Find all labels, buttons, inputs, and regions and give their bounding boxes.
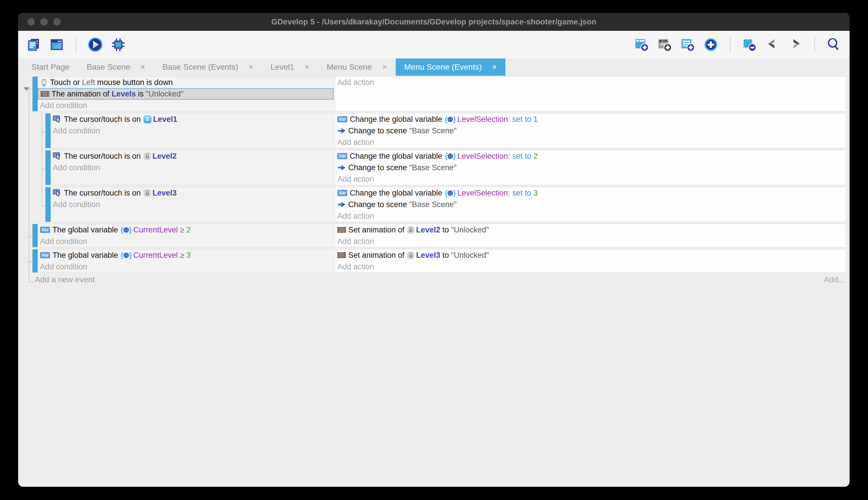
minimize-window-icon[interactable] — [40, 18, 48, 26]
event-action-row[interactable]: VarChange the global variable {}LevelSel… — [335, 187, 846, 199]
tab-base-scene[interactable]: Base Scene× — [78, 58, 154, 76]
add-action-link[interactable]: Add action — [335, 210, 846, 222]
event-block: VarThe global variable {}CurrentLevel ≥ … — [32, 224, 846, 247]
tab-bar: Start PageBase Scene×Base Scene (Events)… — [18, 58, 849, 76]
event-color-bar[interactable] — [33, 224, 38, 247]
add-action-link[interactable]: Add action — [335, 137, 846, 148]
mouse-icon — [40, 79, 48, 87]
event-color-bar[interactable] — [33, 77, 38, 111]
toolbar-divider — [76, 37, 76, 53]
scene-editor-window-icon[interactable] — [49, 37, 65, 53]
event-action-row[interactable]: Set animation of Level3 to "Unlocked" — [335, 249, 846, 261]
action-text-segment: set to — [512, 189, 533, 197]
delete-selection-icon[interactable] — [741, 37, 758, 53]
add-condition-link[interactable]: Add condition — [51, 199, 335, 210]
globe-icon: {} — [121, 226, 131, 234]
search-icon[interactable] — [826, 37, 842, 53]
tab-label: Menu Scene — [327, 62, 372, 72]
action-text-segment: to — [440, 251, 451, 260]
add-condition-link[interactable]: Add condition — [51, 125, 335, 137]
action-text-segment: 1 — [533, 115, 538, 124]
add-sub-event-icon[interactable] — [657, 37, 673, 53]
action-text-segment: set to — [512, 115, 533, 124]
condition-text-segment: Left — [82, 78, 95, 87]
action-text-segment: Set animation of — [348, 226, 407, 235]
play-preview-icon[interactable] — [87, 37, 103, 53]
main-toolbar — [18, 31, 849, 58]
event-action-row[interactable]: Change to scene "Base Scene" — [335, 162, 846, 173]
condition-text-segment: The animation of — [51, 90, 112, 99]
event-color-bar[interactable] — [33, 249, 38, 272]
action-text-segment: 3 — [533, 189, 538, 197]
event-block: VarThe global variable {}CurrentLevel ≥ … — [32, 249, 846, 273]
event-condition-row[interactable]: The animation of Levels is "Unlocked" — [38, 88, 333, 100]
lock-icon — [407, 251, 414, 259]
add-action-link[interactable]: Add action — [335, 173, 846, 185]
event-color-bar[interactable] — [46, 113, 51, 148]
tab-menu-scene-events[interactable]: Menu Scene (Events)× — [396, 58, 506, 76]
action-text-segment: set to — [512, 152, 533, 161]
event-action-row[interactable]: Set animation of Level2 to "Unlocked" — [335, 224, 846, 236]
add-comment-icon[interactable] — [680, 37, 696, 53]
add-action-link[interactable]: Add action — [335, 77, 846, 88]
var-icon: Var — [40, 227, 50, 233]
event-condition-row[interactable]: The cursor/touch is on Level2 — [51, 150, 335, 162]
condition-text-segment: The global variable — [52, 251, 120, 260]
event-condition-row[interactable]: VarThe global variable {}CurrentLevel ≥ … — [38, 224, 335, 236]
event-color-bar[interactable] — [46, 150, 51, 185]
event-condition-row[interactable]: VarThe global variable {}CurrentLevel ≥ … — [38, 249, 335, 261]
add-condition-link[interactable]: Add condition — [38, 236, 335, 247]
add-action-link[interactable]: Add action — [335, 236, 846, 247]
tree-line — [42, 206, 45, 206]
event-action-row[interactable]: VarChange the global variable {}LevelSel… — [335, 113, 846, 125]
lock-icon — [144, 189, 151, 197]
tab-close-icon[interactable]: × — [492, 62, 497, 72]
action-text-segment: : — [508, 152, 512, 161]
tab-close-icon[interactable]: × — [382, 62, 387, 72]
var-icon: Var — [337, 153, 348, 159]
add-event-dialog-icon[interactable] — [703, 37, 719, 53]
tab-close-icon[interactable]: × — [305, 62, 309, 72]
event-condition-row[interactable]: Touch or Left mouse button is down — [38, 77, 335, 88]
tab-menu-scene[interactable]: Menu Scene× — [318, 58, 396, 76]
redo-icon[interactable] — [787, 37, 804, 53]
var-icon: Var — [337, 116, 348, 122]
action-text-segment: Change the global variable — [350, 189, 444, 197]
add-new-event-link[interactable]: Add a new event — [35, 275, 95, 284]
event-action-row[interactable]: VarChange the global variable {}LevelSel… — [335, 150, 846, 162]
lock-icon — [144, 152, 151, 160]
event-color-bar[interactable] — [46, 187, 51, 222]
tab-base-scene-events[interactable]: Base Scene (Events)× — [154, 58, 262, 76]
add-condition-link[interactable]: Add condition — [51, 162, 335, 173]
add-event-icon[interactable] — [634, 37, 650, 53]
action-text-segment: "Unlocked" — [451, 226, 489, 235]
title-bar[interactable]: GDevelop 5 - /Users/dkarakay/Documents/G… — [18, 13, 849, 31]
action-text-segment: Level3 — [416, 251, 440, 260]
undo-icon[interactable] — [764, 37, 781, 53]
conditions-column: VarThe global variable {}CurrentLevel ≥ … — [38, 224, 335, 247]
add-more-link[interactable]: Add... — [824, 275, 845, 284]
action-text-segment: "Base Scene" — [409, 126, 457, 135]
event-condition-row[interactable]: The cursor/touch is on Level3 — [51, 187, 335, 199]
tree-line — [29, 89, 29, 282]
action-text-segment: "Base Scene" — [409, 200, 457, 209]
add-condition-link[interactable]: Add condition — [38, 100, 335, 111]
tab-close-icon[interactable]: × — [140, 62, 145, 72]
zoom-window-icon[interactable] — [53, 18, 61, 26]
tab-label: Menu Scene (Events) — [404, 62, 482, 72]
project-manager-icon[interactable] — [26, 37, 42, 53]
debug-icon[interactable] — [110, 37, 126, 53]
tab-close-icon[interactable]: × — [249, 62, 253, 72]
event-action-row[interactable]: Change to scene "Base Scene" — [335, 199, 846, 210]
add-action-link[interactable]: Add action — [335, 261, 846, 272]
sub-event-block: The cursor/touch is on Level2Add conditi… — [45, 150, 846, 185]
close-window-icon[interactable] — [27, 18, 35, 26]
event-condition-row[interactable]: The cursor/touch is on 1Level1 — [51, 113, 335, 125]
event-action-row[interactable]: Change to scene "Base Scene" — [335, 125, 846, 137]
tab-level1[interactable]: Level1× — [262, 58, 318, 76]
tab-start-page[interactable]: Start Page — [23, 58, 78, 76]
action-text-segment: to — [440, 226, 451, 235]
add-condition-link[interactable]: Add condition — [38, 261, 335, 272]
actions-column: VarChange the global variable {}LevelSel… — [335, 113, 846, 148]
tree-line — [29, 282, 33, 282]
